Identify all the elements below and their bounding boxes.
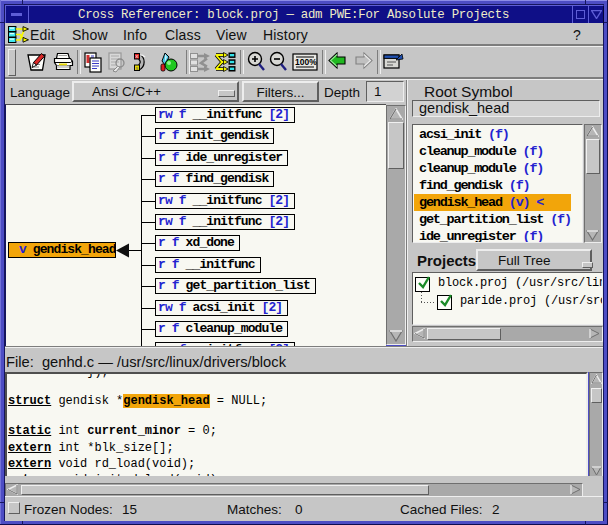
svg-text:s: s	[135, 65, 138, 72]
svg-text:100%: 100%	[295, 57, 317, 67]
